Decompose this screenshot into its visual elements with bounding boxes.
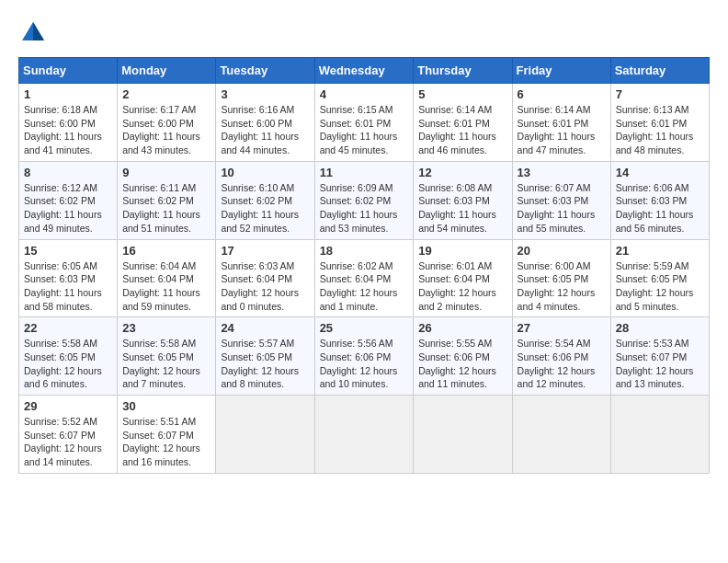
logo-icon [18,18,48,48]
day-info: Sunrise: 6:16 AMSunset: 6:00 PMDaylight:… [221,103,309,157]
day-header-wednesday: Wednesday [314,58,414,84]
day-number: 30 [122,399,210,413]
calendar-cell: 27Sunrise: 5:54 AMSunset: 6:06 PMDayligh… [512,317,610,396]
logo [18,18,51,48]
calendar-header-row: SundayMondayTuesdayWednesdayThursdayFrid… [19,58,710,84]
day-number: 15 [24,244,112,258]
day-info: Sunrise: 6:03 AMSunset: 6:04 PMDaylight:… [221,259,309,314]
calendar-cell: 1Sunrise: 6:18 AMSunset: 6:00 PMDaylight… [19,84,118,162]
calendar-cell: 5Sunrise: 6:14 AMSunset: 6:01 PMDaylight… [414,84,512,162]
day-info: Sunrise: 6:01 AMSunset: 6:04 PMDaylight:… [418,259,506,314]
calendar-cell: 2Sunrise: 6:17 AMSunset: 6:00 PMDaylight… [118,84,216,162]
day-number: 29 [24,399,112,413]
day-number: 21 [616,244,704,258]
day-number: 26 [418,321,506,335]
day-number: 19 [418,244,506,258]
calendar-week-row: 22Sunrise: 5:58 AMSunset: 6:05 PMDayligh… [19,317,710,396]
calendar-cell: 22Sunrise: 5:58 AMSunset: 6:05 PMDayligh… [19,317,118,396]
day-number: 5 [418,87,506,101]
calendar-week-row: 1Sunrise: 6:18 AMSunset: 6:00 PMDaylight… [19,84,710,162]
day-header-sunday: Sunday [19,58,118,84]
day-info: Sunrise: 6:15 AMSunset: 6:01 PMDaylight:… [320,103,409,157]
calendar-cell: 10Sunrise: 6:10 AMSunset: 6:02 PMDayligh… [216,161,314,239]
calendar-cell [610,396,709,474]
day-number: 17 [221,244,309,258]
day-number: 6 [518,87,606,101]
calendar-cell [216,396,314,474]
calendar-cell: 26Sunrise: 5:55 AMSunset: 6:06 PMDayligh… [414,317,512,396]
day-number: 11 [320,166,409,179]
day-info: Sunrise: 6:07 AMSunset: 6:03 PMDaylight:… [518,181,606,236]
day-number: 9 [122,166,210,179]
calendar-week-row: 8Sunrise: 6:12 AMSunset: 6:02 PMDaylight… [19,161,710,239]
day-info: Sunrise: 5:56 AMSunset: 6:06 PMDaylight:… [320,337,409,391]
calendar-cell: 3Sunrise: 6:16 AMSunset: 6:00 PMDaylight… [216,84,314,162]
calendar-cell: 30Sunrise: 5:51 AMSunset: 6:07 PMDayligh… [118,396,216,474]
day-info: Sunrise: 5:51 AMSunset: 6:07 PMDaylight:… [122,415,210,469]
day-number: 25 [320,321,409,335]
calendar-cell [512,396,610,474]
day-info: Sunrise: 5:58 AMSunset: 6:05 PMDaylight:… [122,337,210,391]
page-header [18,18,710,48]
calendar-cell: 28Sunrise: 5:53 AMSunset: 6:07 PMDayligh… [610,317,709,396]
day-info: Sunrise: 6:14 AMSunset: 6:01 PMDaylight:… [418,103,506,157]
calendar-cell: 7Sunrise: 6:13 AMSunset: 6:01 PMDaylight… [610,84,709,162]
calendar-cell: 14Sunrise: 6:06 AMSunset: 6:03 PMDayligh… [610,161,709,239]
day-info: Sunrise: 5:59 AMSunset: 6:05 PMDaylight:… [616,259,704,314]
day-info: Sunrise: 5:55 AMSunset: 6:06 PMDaylight:… [418,337,506,391]
svg-marker-1 [33,22,44,40]
day-number: 12 [418,166,506,179]
day-number: 8 [24,166,112,179]
day-header-tuesday: Tuesday [216,58,314,84]
day-header-thursday: Thursday [414,58,512,84]
day-number: 10 [221,166,309,179]
calendar-cell: 24Sunrise: 5:57 AMSunset: 6:05 PMDayligh… [216,317,314,396]
calendar-cell: 17Sunrise: 6:03 AMSunset: 6:04 PMDayligh… [216,239,314,317]
calendar-cell: 21Sunrise: 5:59 AMSunset: 6:05 PMDayligh… [610,239,709,317]
calendar-cell: 19Sunrise: 6:01 AMSunset: 6:04 PMDayligh… [414,239,512,317]
calendar-cell: 16Sunrise: 6:04 AMSunset: 6:04 PMDayligh… [118,239,216,317]
day-number: 23 [122,321,210,335]
day-number: 16 [122,244,210,258]
day-number: 28 [616,321,704,335]
calendar-cell: 23Sunrise: 5:58 AMSunset: 6:05 PMDayligh… [118,317,216,396]
calendar-table: SundayMondayTuesdayWednesdayThursdayFrid… [18,57,710,474]
day-number: 2 [122,87,210,101]
calendar-cell: 13Sunrise: 6:07 AMSunset: 6:03 PMDayligh… [512,161,610,239]
calendar-cell: 6Sunrise: 6:14 AMSunset: 6:01 PMDaylight… [512,84,610,162]
day-number: 20 [518,244,606,258]
day-info: Sunrise: 6:00 AMSunset: 6:05 PMDaylight:… [518,259,606,314]
day-info: Sunrise: 6:08 AMSunset: 6:03 PMDaylight:… [418,181,506,236]
calendar-cell: 15Sunrise: 6:05 AMSunset: 6:03 PMDayligh… [19,239,118,317]
day-info: Sunrise: 6:10 AMSunset: 6:02 PMDaylight:… [221,181,309,236]
day-info: Sunrise: 6:06 AMSunset: 6:03 PMDaylight:… [616,181,704,236]
day-info: Sunrise: 6:13 AMSunset: 6:01 PMDaylight:… [616,103,704,157]
calendar-body: 1Sunrise: 6:18 AMSunset: 6:00 PMDaylight… [19,84,710,474]
calendar-cell [414,396,512,474]
day-info: Sunrise: 6:17 AMSunset: 6:00 PMDaylight:… [122,103,210,157]
day-info: Sunrise: 5:58 AMSunset: 6:05 PMDaylight:… [24,337,112,391]
day-number: 27 [518,321,606,335]
calendar-cell: 29Sunrise: 5:52 AMSunset: 6:07 PMDayligh… [19,396,118,474]
day-info: Sunrise: 6:18 AMSunset: 6:00 PMDaylight:… [24,103,112,157]
day-info: Sunrise: 6:14 AMSunset: 6:01 PMDaylight:… [518,103,606,157]
day-header-friday: Friday [512,58,610,84]
calendar-cell [314,396,414,474]
day-number: 1 [24,87,112,101]
calendar-cell: 18Sunrise: 6:02 AMSunset: 6:04 PMDayligh… [314,239,414,317]
day-number: 14 [616,166,704,179]
calendar-cell: 9Sunrise: 6:11 AMSunset: 6:02 PMDaylight… [118,161,216,239]
day-number: 7 [616,87,704,101]
day-info: Sunrise: 5:53 AMSunset: 6:07 PMDaylight:… [616,337,704,391]
calendar-cell: 11Sunrise: 6:09 AMSunset: 6:02 PMDayligh… [314,161,414,239]
day-info: Sunrise: 6:05 AMSunset: 6:03 PMDaylight:… [24,259,112,314]
day-info: Sunrise: 6:11 AMSunset: 6:02 PMDaylight:… [122,181,210,236]
day-info: Sunrise: 6:09 AMSunset: 6:02 PMDaylight:… [320,181,409,236]
calendar-cell: 25Sunrise: 5:56 AMSunset: 6:06 PMDayligh… [314,317,414,396]
day-info: Sunrise: 5:57 AMSunset: 6:05 PMDaylight:… [221,337,309,391]
day-info: Sunrise: 6:04 AMSunset: 6:04 PMDaylight:… [122,259,210,314]
day-number: 13 [518,166,606,179]
day-info: Sunrise: 6:02 AMSunset: 6:04 PMDaylight:… [320,259,409,314]
day-number: 24 [221,321,309,335]
day-number: 18 [320,244,409,258]
